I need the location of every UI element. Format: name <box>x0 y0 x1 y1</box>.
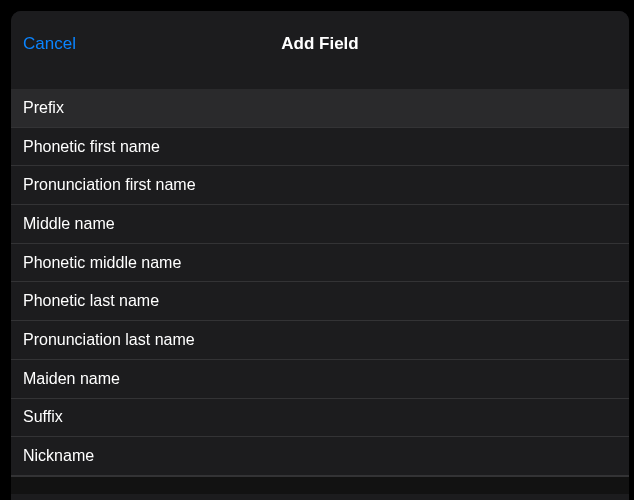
field-item-phonetic-first-name[interactable]: Phonetic first name <box>11 128 629 167</box>
field-item-label: Pronunciation last name <box>23 331 195 349</box>
field-item-label: Suffix <box>23 408 63 426</box>
field-item-label: Middle name <box>23 215 115 233</box>
modal-title: Add Field <box>11 34 629 54</box>
field-item-label: Phonetic last name <box>23 292 159 310</box>
bottom-spacer <box>11 476 629 494</box>
field-item-middle-name[interactable]: Middle name <box>11 205 629 244</box>
field-item-label: Maiden name <box>23 370 120 388</box>
modal-header: Cancel Add Field <box>11 11 629 89</box>
cancel-button[interactable]: Cancel <box>23 34 76 54</box>
field-item-pronunciation-last-name[interactable]: Pronunciation last name <box>11 321 629 360</box>
field-item-phonetic-middle-name[interactable]: Phonetic middle name <box>11 244 629 283</box>
field-item-prefix[interactable]: Prefix <box>11 89 629 128</box>
field-item-label: Phonetic middle name <box>23 254 181 272</box>
field-item-suffix[interactable]: Suffix <box>11 399 629 438</box>
field-list: Prefix Phonetic first name Pronunciation… <box>11 89 629 476</box>
field-item-nickname[interactable]: Nickname <box>11 437 629 476</box>
field-item-pronunciation-first-name[interactable]: Pronunciation first name <box>11 166 629 205</box>
add-field-modal: Cancel Add Field Prefix Phonetic first n… <box>11 11 629 500</box>
field-item-maiden-name[interactable]: Maiden name <box>11 360 629 399</box>
field-item-phonetic-last-name[interactable]: Phonetic last name <box>11 282 629 321</box>
field-item-label: Nickname <box>23 447 94 465</box>
field-item-label: Pronunciation first name <box>23 176 196 194</box>
field-item-label: Prefix <box>23 99 64 117</box>
field-item-label: Phonetic first name <box>23 138 160 156</box>
